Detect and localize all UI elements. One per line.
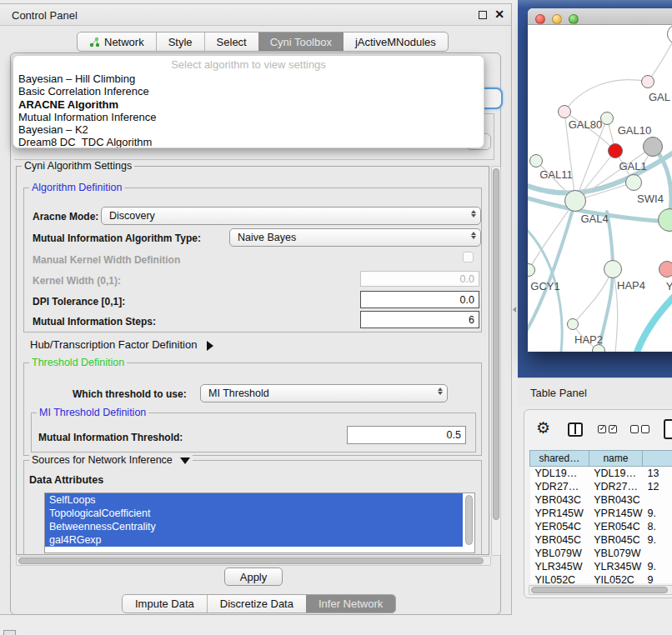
node-label: GCY1 bbox=[530, 280, 559, 292]
manual-kernel-width-label: Manual Kernel Width Definition bbox=[33, 254, 180, 266]
node-label: GAL80 bbox=[569, 118, 602, 131]
network-node[interactable] bbox=[643, 137, 663, 157]
algorithm-option[interactable]: Bayesian – Hill Climbing bbox=[13, 72, 484, 85]
scrollbar-thumb[interactable] bbox=[531, 587, 668, 593]
settings-horizontal-scrollbar[interactable] bbox=[16, 556, 491, 566]
control-panel-window: Control Panel ✕ Network Style Select Cyn… bbox=[0, 3, 512, 615]
network-node[interactable] bbox=[641, 75, 654, 88]
network-node[interactable] bbox=[608, 143, 623, 158]
tab-discretize-data[interactable]: Discretize Data bbox=[207, 595, 306, 612]
algorithm-option[interactable]: Dream8 DC_TDC Algorithm bbox=[13, 136, 484, 148]
tab-impute-data[interactable]: Impute Data bbox=[123, 595, 207, 612]
algorithm-option[interactable]: ARACNE Algorithm bbox=[13, 98, 484, 111]
column-header-shared-name[interactable]: shared… bbox=[530, 451, 589, 467]
cyni-algorithm-settings-group: Cyni Algorithm Settings Algorithm Defini… bbox=[16, 166, 489, 555]
attribute-item[interactable]: SelfLoops bbox=[45, 493, 463, 507]
table-row[interactable]: YPR145WYPR145W9. bbox=[530, 507, 672, 520]
algorithm-option[interactable]: Mutual Information Inference bbox=[13, 111, 484, 123]
bottom-tabstrip: Impute Data Discretize Data Infer Networ… bbox=[122, 594, 396, 613]
kernel-width-label: Kernel Width (0,1): bbox=[33, 275, 121, 287]
network-node[interactable] bbox=[529, 154, 543, 168]
settings-vertical-scrollbar[interactable] bbox=[491, 166, 501, 556]
network-canvas[interactable]: GALGAL80GAL10GAL11GAL1SWI4GAL4GCY1HAP4YH… bbox=[528, 26, 672, 352]
table-row[interactable]: YER054CYER054C8. bbox=[530, 520, 672, 533]
function-builder-icon[interactable] bbox=[664, 419, 672, 439]
attribute-item[interactable]: BetweennessCentrality bbox=[45, 520, 463, 533]
data-attributes-list[interactable]: SelfLoopsTopologicalCoefficientBetweenne… bbox=[44, 492, 475, 553]
network-node[interactable] bbox=[625, 174, 642, 191]
mi-threshold-definition-group: MI Threshold Definition Mutual Informati… bbox=[31, 412, 476, 452]
tab-cyni-toolbox[interactable]: Cyni Toolbox bbox=[258, 32, 344, 51]
control-panel-title: Control Panel bbox=[12, 9, 78, 22]
network-node[interactable] bbox=[567, 318, 579, 330]
network-window-titlebar[interactable] bbox=[528, 8, 672, 25]
unchecked-checkboxes-icon[interactable] bbox=[630, 425, 649, 433]
network-node[interactable] bbox=[604, 260, 622, 278]
algorithm-option[interactable]: Basic Correlation Inference bbox=[13, 85, 484, 98]
mi-algorithm-type-combobox[interactable]: Naive Bayes bbox=[229, 228, 481, 247]
table-row[interactable]: YBL079WYBL079W bbox=[530, 547, 672, 560]
manual-kernel-width-checkbox[interactable] bbox=[463, 252, 474, 262]
gear-icon[interactable]: ⚙ bbox=[536, 420, 550, 436]
scrollbar-thumb[interactable] bbox=[493, 168, 499, 520]
table-row[interactable]: YBR045CYBR045C9. bbox=[530, 533, 672, 547]
sources-group: Sources for Network Inference Data Attri… bbox=[23, 460, 482, 555]
tab-infer-network[interactable]: Infer Network bbox=[306, 595, 395, 612]
close-icon[interactable]: ✕ bbox=[494, 8, 504, 21]
table-horizontal-scrollbar[interactable] bbox=[529, 585, 672, 595]
control-panel-titlebar[interactable]: Control Panel ✕ bbox=[0, 4, 511, 26]
network-node[interactable] bbox=[659, 261, 672, 278]
collapse-down-icon bbox=[180, 458, 190, 464]
algorithm-option[interactable]: Bayesian – K2 bbox=[13, 123, 484, 136]
columns-icon[interactable] bbox=[568, 422, 583, 437]
tab-network[interactable]: Network bbox=[78, 32, 156, 51]
control-panel-tabstrip: Network Style Select Cyni Toolbox jActiv… bbox=[77, 32, 449, 52]
dpi-tolerance-field[interactable]: 0.0 bbox=[360, 291, 479, 308]
aracne-mode-combobox[interactable]: Discovery bbox=[101, 207, 481, 225]
table-row[interactable]: YIL052CYIL052C9 bbox=[530, 573, 672, 584]
table-row[interactable]: YBR043CYBR043C bbox=[530, 493, 672, 507]
mi-algorithm-type-label: Mutual Information Algorithm Type: bbox=[33, 232, 201, 244]
scrollbar-thumb[interactable] bbox=[18, 558, 484, 564]
table-row[interactable]: YDR27…YDR27…12 bbox=[530, 480, 672, 493]
node-label: GAL10 bbox=[618, 124, 651, 137]
which-threshold-combobox[interactable]: MI Threshold bbox=[200, 384, 448, 402]
column-header-name[interactable]: name bbox=[589, 451, 642, 467]
dpi-tolerance-label: DPI Tolerance [0,1]: bbox=[33, 296, 125, 308]
column-header-clipped[interactable] bbox=[643, 451, 672, 467]
network-node[interactable] bbox=[600, 112, 614, 125]
mi-steps-field[interactable]: 6 bbox=[360, 311, 479, 328]
table-scroll-area[interactable]: shared… name YDL19…YDL19…13YDR27…YDR27…1… bbox=[524, 450, 672, 583]
checked-checkboxes-icon[interactable] bbox=[598, 425, 617, 433]
kernel-width-field: 0.0 bbox=[360, 271, 479, 287]
table-panel-titlebar[interactable]: Table Panel bbox=[518, 378, 672, 406]
node-label: GAL11 bbox=[539, 168, 573, 181]
tab-style[interactable]: Style bbox=[156, 32, 204, 51]
tab-jactivemnodules[interactable]: jActiveMNodules bbox=[344, 32, 448, 51]
list-scrollbar-thumb[interactable] bbox=[465, 495, 473, 545]
network-window: GALGAL80GAL10GAL11GAL1SWI4GAL4GCY1HAP4YH… bbox=[528, 8, 672, 352]
mi-threshold-label: Mutual Information Threshold: bbox=[38, 432, 183, 443]
minimize-traffic-light-icon[interactable] bbox=[552, 14, 562, 24]
mi-threshold-field[interactable]: 0.5 bbox=[347, 426, 466, 444]
table-row[interactable]: YDL19…YDL19…13 bbox=[530, 467, 672, 480]
network-node[interactable] bbox=[564, 190, 586, 212]
attribute-item[interactable]: gal4RGexp bbox=[45, 533, 463, 547]
attribute-item[interactable]: TopologicalCoefficient bbox=[45, 507, 463, 520]
network-node[interactable] bbox=[558, 105, 571, 118]
close-traffic-light-icon[interactable] bbox=[535, 14, 545, 24]
zoom-traffic-light-icon[interactable] bbox=[569, 14, 579, 24]
tab-select[interactable]: Select bbox=[204, 32, 258, 51]
float-window-icon[interactable] bbox=[479, 11, 487, 19]
cyni-toolbox-panel: Select algorithm to view settings Bayesi… bbox=[10, 52, 501, 615]
apply-button[interactable]: Apply bbox=[224, 568, 283, 586]
sources-title[interactable]: Sources for Network Inference bbox=[29, 454, 193, 466]
table-toolbar: ⚙ bbox=[524, 410, 672, 448]
table-row[interactable]: YLR345WYLR345W9. bbox=[530, 560, 672, 573]
algorithm-dropdown-list: Bayesian – Hill ClimbingBasic Correlatio… bbox=[13, 72, 484, 148]
network-icon bbox=[89, 37, 100, 48]
stepper-arrows-icon bbox=[438, 388, 443, 395]
threshold-definition-title: Threshold Definition bbox=[29, 357, 127, 368]
hub-tf-definition-toggle[interactable]: Hub/Transcription Factor Definition bbox=[30, 338, 213, 351]
minimized-panel-icon[interactable] bbox=[3, 630, 16, 635]
